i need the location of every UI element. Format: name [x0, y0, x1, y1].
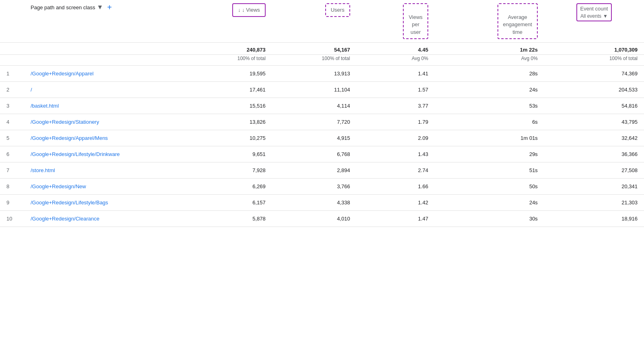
avg-engagement-column-header[interactable]: Average engagement time — [435, 0, 544, 42]
row-views-per-user: 1.57 — [357, 81, 435, 98]
views-label: ↓ Views — [242, 7, 260, 13]
views-per-user-column-header[interactable]: Views per user — [357, 0, 435, 42]
row-path[interactable]: /Google+Redesign/Apparel/Mens — [24, 130, 177, 146]
subtotals-views-per-user: Avg 0% — [357, 54, 435, 65]
row-path[interactable]: /store.html — [24, 162, 177, 178]
row-path[interactable]: /basket.html — [24, 98, 177, 114]
row-views: 7,928 — [177, 162, 272, 178]
users-label: Users — [331, 7, 345, 13]
row-users: 13,913 — [272, 65, 357, 81]
row-avg-engagement: 24s — [435, 194, 544, 210]
row-avg-engagement: 30s — [435, 210, 544, 227]
views-column-header[interactable]: ↓ ↓ Views — [177, 0, 272, 42]
table-row: 10 /Google+Redesign/Clearance 5,878 4,01… — [0, 210, 644, 227]
row-path[interactable]: / — [24, 81, 177, 98]
row-users: 11,104 — [272, 81, 357, 98]
row-event-count: 74,369 — [544, 65, 644, 81]
row-event-count: 18,916 — [544, 210, 644, 227]
row-users: 6,768 — [272, 146, 357, 162]
row-views-per-user: 1.79 — [357, 114, 435, 130]
totals-num — [0, 42, 24, 54]
page-path-link[interactable]: /Google+Redesign/Apparel/Mens — [31, 135, 108, 141]
row-path[interactable]: /Google+Redesign/Clearance — [24, 210, 177, 227]
row-event-count: 20,341 — [544, 178, 644, 194]
page-path-link[interactable]: /Google+Redesign/Stationery — [31, 119, 99, 125]
row-views-per-user: 1.41 — [357, 65, 435, 81]
row-avg-engagement: 29s — [435, 146, 544, 162]
row-number: 4 — [0, 114, 24, 130]
add-dimension-button[interactable]: + — [105, 3, 114, 11]
avg-engagement-header-box[interactable]: Average engagement time — [497, 3, 538, 39]
totals-users: 54,167 — [272, 42, 357, 54]
row-views: 5,878 — [177, 210, 272, 227]
page-path-link[interactable]: /Google+Redesign/New — [31, 183, 86, 189]
subtotals-event-count: 100% of total — [544, 54, 644, 65]
event-count-header-box[interactable]: Event count All events ▼ — [576, 3, 612, 21]
row-avg-engagement: 53s — [435, 98, 544, 114]
views-per-user-label: Views per user — [409, 14, 422, 35]
row-views-per-user: 1.43 — [357, 146, 435, 162]
row-avg-engagement: 24s — [435, 81, 544, 98]
views-per-user-header-box[interactable]: Views per user — [403, 3, 428, 39]
event-count-column-header[interactable]: Event count All events ▼ — [544, 0, 644, 42]
totals-row: 240,873 54,167 4.45 1m 22s 1,070,309 — [0, 42, 644, 54]
page-path-link[interactable]: / — [31, 87, 32, 93]
row-views: 6,269 — [177, 178, 272, 194]
row-path[interactable]: /Google+Redesign/Lifestyle/Bags — [24, 194, 177, 210]
subtotals-users: 100% of total — [272, 54, 357, 65]
page-path-link[interactable]: /Google+Redesign/Lifestyle/Bags — [31, 200, 108, 206]
row-event-count: 36,366 — [544, 146, 644, 162]
totals-views: 240,873 — [177, 42, 272, 54]
page-path-link[interactable]: /store.html — [31, 167, 55, 173]
row-users: 4,915 — [272, 130, 357, 146]
views-header-box[interactable]: ↓ ↓ Views — [232, 3, 266, 17]
totals-path — [24, 42, 177, 54]
page-path-link[interactable]: /Google+Redesign/Lifestyle/Drinkware — [31, 151, 120, 157]
row-users: 2,894 — [272, 162, 357, 178]
users-header-box[interactable]: Users — [325, 3, 350, 17]
row-views: 19,595 — [177, 65, 272, 81]
dimension-selector-button[interactable]: Page path and screen class ▼ — [31, 4, 103, 11]
page-path-link[interactable]: /Google+Redesign/Apparel — [31, 71, 93, 77]
table-row: 4 /Google+Redesign/Stationery 13,826 7,7… — [0, 114, 644, 130]
row-views: 17,461 — [177, 81, 272, 98]
event-dropdown-chevron-icon: ▼ — [603, 13, 608, 19]
event-count-dropdown[interactable]: All events ▼ — [580, 13, 608, 19]
row-views-per-user: 3.77 — [357, 98, 435, 114]
table-row: 8 /Google+Redesign/New 6,269 3,766 1.66 … — [0, 178, 644, 194]
users-column-header[interactable]: Users — [272, 0, 357, 42]
row-users: 3,766 — [272, 178, 357, 194]
totals-event-count: 1,070,309 — [544, 42, 644, 54]
event-count-label: Event count — [580, 6, 608, 12]
page-path-link[interactable]: /Google+Redesign/Clearance — [31, 216, 99, 222]
row-path[interactable]: /Google+Redesign/Lifestyle/Drinkware — [24, 146, 177, 162]
row-event-count: 54,816 — [544, 98, 644, 114]
row-event-count: 21,303 — [544, 194, 644, 210]
row-views: 13,826 — [177, 114, 272, 130]
table-row: 2 / 17,461 11,104 1.57 24s 204,533 — [0, 81, 644, 98]
row-number: 8 — [0, 178, 24, 194]
row-path[interactable]: /Google+Redesign/New — [24, 178, 177, 194]
row-views: 9,651 — [177, 146, 272, 162]
row-path[interactable]: /Google+Redesign/Apparel — [24, 65, 177, 81]
row-views-per-user: 2.74 — [357, 162, 435, 178]
table-row: 5 /Google+Redesign/Apparel/Mens 10,275 4… — [0, 130, 644, 146]
row-views-per-user: 1.42 — [357, 194, 435, 210]
table-row: 3 /basket.html 15,516 4,114 3.77 53s 54,… — [0, 98, 644, 114]
row-event-count: 32,642 — [544, 130, 644, 146]
row-avg-engagement: 51s — [435, 162, 544, 178]
sort-arrow-icon: ↓ — [238, 7, 242, 13]
subtotals-path — [24, 54, 177, 65]
chevron-down-icon: ▼ — [97, 4, 103, 11]
event-count-sublabel: All events — [580, 13, 601, 19]
row-path[interactable]: /Google+Redesign/Stationery — [24, 114, 177, 130]
row-avg-engagement: 50s — [435, 178, 544, 194]
page-path-link[interactable]: /basket.html — [31, 103, 59, 109]
row-number: 2 — [0, 81, 24, 98]
row-views-per-user: 1.47 — [357, 210, 435, 227]
row-views-per-user: 2.09 — [357, 130, 435, 146]
dimension-header: Page path and screen class ▼ + — [24, 0, 177, 42]
totals-avg-engagement: 1m 22s — [435, 42, 544, 54]
row-users: 7,720 — [272, 114, 357, 130]
totals-views-per-user: 4.45 — [357, 42, 435, 54]
